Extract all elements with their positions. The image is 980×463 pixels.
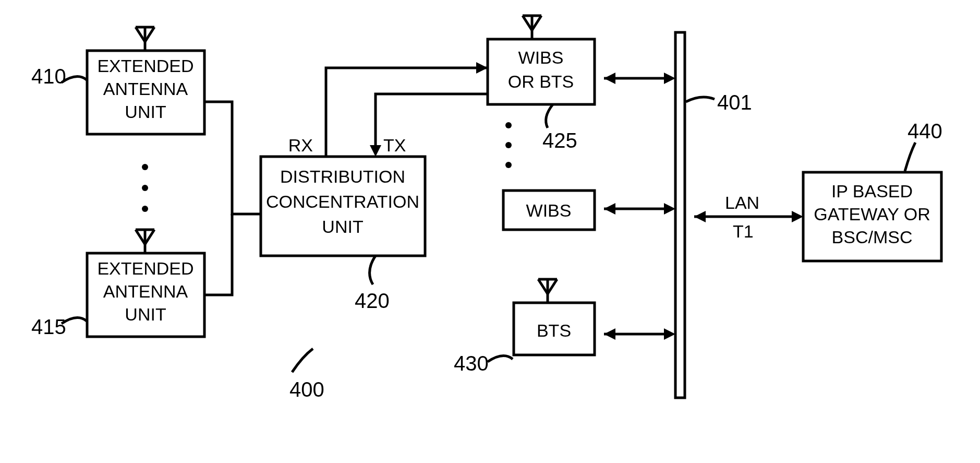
antenna-icon bbox=[523, 16, 541, 39]
wibs-bts-ref: 425 bbox=[542, 129, 577, 152]
extended-antenna-unit-2: EXTENDED ANTENNA UNIT bbox=[87, 230, 204, 337]
bts-label: BTS bbox=[537, 320, 571, 340]
vertical-ellipsis-dot bbox=[505, 122, 512, 128]
wibs-bts-line2: OR BTS bbox=[508, 72, 574, 91]
bts-ref: 430 bbox=[454, 352, 489, 375]
bts: BTS bbox=[514, 279, 595, 355]
gw-ref: 440 bbox=[908, 120, 942, 143]
block-diagram: EXTENDED ANTENNA UNIT 410 EXTENDED ANTEN… bbox=[0, 0, 980, 463]
wibs-bts-line1: WIBS bbox=[518, 48, 564, 67]
dcu-line3: UNIT bbox=[322, 217, 363, 236]
eau2-line1: EXTENDED bbox=[97, 258, 193, 278]
antenna-icon bbox=[136, 230, 154, 253]
gw-line1: IP BASED bbox=[831, 181, 913, 201]
vertical-ellipsis-dot bbox=[505, 162, 512, 168]
eau2-line2: ANTENNA bbox=[103, 281, 188, 301]
eau2-line3: UNIT bbox=[125, 304, 166, 324]
vertical-ellipsis-dot bbox=[142, 185, 148, 191]
ip-gateway: IP BASED GATEWAY OR BSC/MSC bbox=[803, 172, 941, 261]
eau1-line2: ANTENNA bbox=[103, 79, 188, 99]
tx-label: TX bbox=[383, 135, 406, 155]
eau1-line1: EXTENDED bbox=[97, 56, 193, 76]
eau2-ref: 415 bbox=[31, 315, 66, 338]
dcu-ref: 420 bbox=[355, 289, 390, 312]
eau1-line3: UNIT bbox=[125, 102, 166, 122]
lan-bus bbox=[675, 32, 685, 398]
t1-label: T1 bbox=[733, 221, 754, 241]
extended-antenna-unit-1: EXTENDED ANTENNA UNIT bbox=[87, 27, 204, 134]
wibs-label: WIBS bbox=[526, 200, 572, 220]
wibs-or-bts: WIBS OR BTS bbox=[488, 16, 595, 104]
gw-line2: GATEWAY OR bbox=[814, 204, 930, 224]
eau1-ref: 410 bbox=[31, 65, 66, 88]
gw-line3: BSC/MSC bbox=[832, 227, 913, 247]
dcu-line2: CONCENTRATION bbox=[266, 192, 419, 211]
antenna-icon bbox=[136, 27, 154, 51]
vertical-ellipsis-dot bbox=[142, 206, 148, 212]
rx-label: RX bbox=[288, 135, 313, 155]
wibs: WIBS bbox=[503, 191, 595, 230]
bus-ref: 401 bbox=[717, 91, 752, 114]
vertical-ellipsis-dot bbox=[142, 164, 148, 170]
distribution-concentration-unit: DISTRIBUTION CONCENTRATION UNIT bbox=[261, 157, 425, 256]
diagram-id: 400 bbox=[289, 378, 324, 401]
antenna-icon bbox=[538, 279, 557, 303]
dcu-line1: DISTRIBUTION bbox=[280, 167, 405, 186]
lan-label: LAN bbox=[725, 193, 759, 212]
vertical-ellipsis-dot bbox=[505, 142, 512, 148]
